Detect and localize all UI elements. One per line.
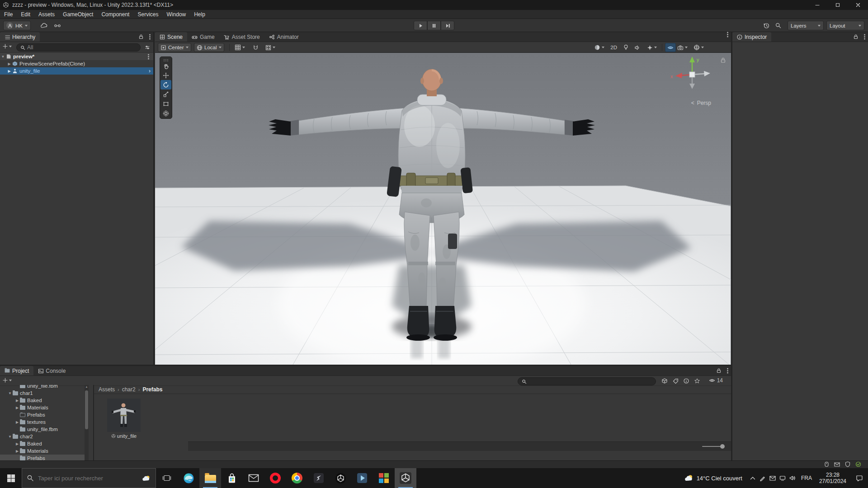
taskbar-app-unity-editor[interactable]: [395, 468, 416, 488]
stylus-tray-icon[interactable]: [758, 468, 768, 488]
start-button[interactable]: [0, 468, 22, 488]
gizmos-dropdown[interactable]: [692, 43, 706, 52]
tab-project[interactable]: Project: [0, 366, 33, 375]
pause-button[interactable]: [427, 21, 441, 30]
search-input[interactable]: [38, 475, 138, 482]
menu-assets[interactable]: Assets: [34, 10, 59, 19]
audio-toggle-button[interactable]: [632, 43, 642, 52]
lighting-toggle-button[interactable]: [621, 43, 631, 52]
clock[interactable]: 23:28 27/01/2024: [816, 468, 850, 488]
taskbar-app-chrome[interactable]: [286, 468, 308, 488]
action-center-button[interactable]: [850, 468, 868, 488]
tab-animator[interactable]: Animator: [264, 32, 303, 42]
scene-visibility-toggle[interactable]: [665, 43, 676, 52]
tab-game[interactable]: Game: [187, 32, 219, 42]
hidden-icons-chevron[interactable]: [748, 468, 758, 488]
panel-menu-icon[interactable]: [727, 370, 728, 371]
panel-divider[interactable]: [89, 385, 94, 460]
menu-edit[interactable]: Edit: [17, 10, 34, 19]
mail-tray-icon[interactable]: [834, 462, 840, 467]
task-view-button[interactable]: [156, 468, 178, 488]
menu-window[interactable]: Window: [162, 10, 190, 19]
menu-component[interactable]: Component: [97, 10, 133, 19]
favorites-star-icon[interactable]: [693, 377, 702, 385]
hierarchy-search-input[interactable]: All: [16, 43, 141, 52]
tree-row[interactable]: unity_file.fbm: [0, 385, 89, 389]
pivot-dropdown[interactable]: Center: [158, 43, 191, 52]
mail-tray-icon[interactable]: [768, 468, 778, 488]
weather-widget[interactable]: 14°C Ciel couvert: [679, 468, 748, 488]
security-shield-icon[interactable]: [845, 461, 850, 467]
move-tool[interactable]: [160, 70, 171, 80]
version-control-button[interactable]: [52, 21, 63, 30]
tree-row[interactable]: ▼char2: [0, 433, 89, 440]
mouse-utility-icon[interactable]: [824, 461, 829, 467]
view-hand-tool[interactable]: [160, 61, 171, 70]
scale-tool[interactable]: [160, 89, 171, 99]
add-gameobject-button[interactable]: [3, 44, 12, 49]
taskbar-app-opera[interactable]: [264, 468, 286, 488]
rotate-tool[interactable]: [160, 80, 171, 89]
lock-icon[interactable]: [721, 57, 726, 63]
palette-drag-handle[interactable]: [160, 58, 171, 61]
cloud-button[interactable]: [38, 21, 50, 30]
taskbar-app-store[interactable]: [221, 468, 243, 488]
info-icon[interactable]: [682, 377, 691, 385]
taskbar-search-box[interactable]: [22, 468, 156, 488]
tree-row[interactable]: unity_file.fbm: [0, 426, 89, 433]
menu-gameobject[interactable]: GameObject: [59, 10, 97, 19]
project-search-input[interactable]: [518, 377, 656, 385]
breadcrumb-char2[interactable]: char2: [121, 386, 137, 393]
shading-mode-dropdown[interactable]: [592, 43, 606, 52]
step-button[interactable]: [441, 21, 454, 30]
search-by-label-icon[interactable]: [671, 377, 680, 385]
volume-tray-icon[interactable]: [788, 468, 797, 488]
layout-dropdown[interactable]: Layout: [826, 21, 864, 30]
axis-y-label[interactable]: y: [697, 57, 699, 62]
sync-check-icon[interactable]: [855, 461, 861, 467]
taskbar-app-9[interactable]: [351, 468, 373, 488]
row-menu-icon[interactable]: [148, 56, 149, 57]
rect-tool[interactable]: [160, 99, 171, 108]
taskbar-app-edge[interactable]: [178, 468, 199, 488]
2d-toggle-button[interactable]: 2D: [609, 43, 619, 52]
hierarchy-options-icon[interactable]: [145, 45, 150, 50]
breadcrumb-assets[interactable]: Assets: [98, 386, 116, 393]
tree-row[interactable]: ▶Materials: [0, 404, 89, 411]
grid-visibility-dropdown[interactable]: [233, 43, 247, 52]
transform-tool[interactable]: [160, 108, 171, 118]
collapse-chevron[interactable]: <: [691, 100, 694, 106]
projection-toggle[interactable]: < Persp: [691, 100, 711, 106]
tree-row[interactable]: ▶Materials: [0, 447, 89, 455]
taskbar-app-file-explorer[interactable]: [199, 468, 221, 488]
taskbar-app-capture[interactable]: [308, 468, 330, 488]
orientation-gizmo[interactable]: y x: [670, 55, 715, 100]
account-dropdown[interactable]: HK: [3, 21, 31, 30]
tab-console[interactable]: Console: [33, 366, 70, 375]
tree-row[interactable]: Prefabs: [0, 411, 89, 418]
tab-asset-store[interactable]: Asset Store: [219, 32, 264, 42]
tab-scene[interactable]: Scene: [155, 32, 187, 42]
hierarchy-row-previewsceneprefab[interactable]: ▶ PreviewScenePrefab(Clone): [0, 60, 153, 67]
create-asset-button[interactable]: [3, 378, 12, 383]
hidden-packages-counter[interactable]: 14: [709, 377, 723, 384]
maximize-button[interactable]: [827, 0, 848, 10]
play-button[interactable]: [414, 21, 427, 30]
network-tray-icon[interactable]: [778, 468, 788, 488]
taskbar-app-grid[interactable]: [373, 468, 395, 488]
tree-row[interactable]: ▶Baked: [0, 440, 89, 447]
effects-dropdown[interactable]: [645, 43, 659, 52]
open-prefab-chevron[interactable]: ›: [149, 68, 151, 74]
scrollbar-thumb[interactable]: [85, 390, 88, 429]
tree-row[interactable]: ▼char1: [0, 389, 89, 397]
hierarchy-row-unity-file[interactable]: ▶ unity_file ›: [0, 67, 153, 75]
taskbar-app-mail[interactable]: [243, 468, 264, 488]
thumbnail-zoom-slider[interactable]: [702, 446, 723, 447]
tab-hierarchy[interactable]: Hierarchy: [0, 32, 40, 42]
search-by-type-icon[interactable]: [660, 377, 669, 385]
asset-thumbnail[interactable]: [107, 399, 141, 432]
snap-increment-dropdown[interactable]: [264, 43, 277, 52]
menu-file[interactable]: File: [0, 10, 17, 19]
close-button[interactable]: [848, 0, 868, 10]
global-search-button[interactable]: [772, 21, 784, 30]
